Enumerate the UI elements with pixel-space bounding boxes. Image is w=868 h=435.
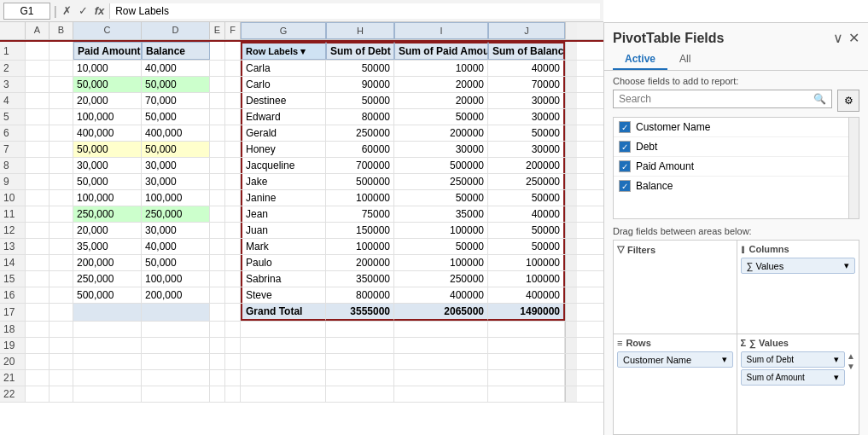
cell-b11[interactable] — [50, 206, 73, 222]
cell-c1[interactable]: Paid Amount — [73, 42, 142, 60]
cell-d4[interactable]: 70,000 — [142, 93, 210, 108]
cell-c21[interactable] — [73, 370, 142, 386]
cell-h1[interactable]: Sum of Debt — [326, 42, 394, 60]
cell-f2[interactable] — [225, 61, 241, 76]
cell-g7[interactable]: Honey — [241, 142, 326, 157]
cell-reference[interactable] — [3, 3, 50, 20]
cell-i10[interactable]: 50000 — [394, 190, 488, 206]
insert-function-icon[interactable]: fx — [93, 4, 107, 17]
cell-g10[interactable]: Janine — [241, 190, 326, 206]
cell-j21[interactable] — [488, 370, 565, 386]
cell-f8[interactable] — [225, 158, 241, 173]
cell-d20[interactable] — [142, 354, 210, 369]
cell-f1[interactable] — [225, 42, 241, 60]
cell-h2[interactable]: 50000 — [326, 61, 394, 76]
cell-b10[interactable] — [50, 190, 73, 206]
cell-a4[interactable] — [26, 93, 50, 108]
cell-f12[interactable] — [225, 223, 241, 238]
cell-b6[interactable] — [50, 125, 73, 141]
cell-f3[interactable] — [225, 77, 241, 92]
cell-e2[interactable] — [210, 61, 225, 76]
cell-a14[interactable] — [26, 255, 50, 270]
cell-i7[interactable]: 30000 — [394, 142, 488, 157]
rows-value-item[interactable]: Customer Name ▾ — [617, 351, 733, 368]
cell-c12[interactable]: 20,000 — [73, 223, 142, 238]
cell-g5[interactable]: Edward — [241, 109, 326, 125]
cell-a3[interactable] — [26, 77, 50, 92]
cell-j8[interactable]: 200000 — [488, 158, 565, 173]
cell-g9[interactable]: Jake — [241, 174, 326, 189]
rows-chevron-icon[interactable]: ▾ — [722, 354, 727, 365]
cell-d6[interactable]: 400,000 — [142, 125, 210, 141]
cell-j15[interactable]: 100000 — [488, 271, 565, 287]
cell-h16[interactable]: 800000 — [326, 287, 394, 303]
cell-c22[interactable] — [73, 386, 142, 402]
cell-b16[interactable] — [50, 287, 73, 303]
cell-c13[interactable]: 35,000 — [73, 239, 142, 254]
cell-b9[interactable] — [50, 174, 73, 189]
cancel-icon[interactable]: ✗ — [61, 4, 73, 17]
cell-g14[interactable]: Paulo — [241, 255, 326, 270]
cell-d11[interactable]: 250,000 — [142, 206, 210, 222]
cell-a5[interactable] — [26, 109, 50, 125]
cell-j3[interactable]: 70000 — [488, 77, 565, 92]
cell-j9[interactable]: 250000 — [488, 174, 565, 189]
cell-c7[interactable]: 50,000 — [73, 142, 142, 157]
cell-c4[interactable]: 20,000 — [73, 93, 142, 108]
col-i-header[interactable]: I — [394, 22, 488, 39]
cell-c2[interactable]: 10,000 — [73, 61, 142, 76]
cell-i20[interactable] — [394, 354, 488, 369]
field-checkbox[interactable]: ✓ — [619, 160, 631, 172]
cell-b3[interactable] — [50, 77, 73, 92]
cell-e12[interactable] — [210, 223, 225, 238]
scroll-down-icon[interactable]: ▼ — [847, 362, 855, 372]
cell-b7[interactable] — [50, 142, 73, 157]
cell-i22[interactable] — [394, 386, 488, 402]
cell-i16[interactable]: 400000 — [394, 287, 488, 303]
cell-a18[interactable] — [26, 322, 50, 337]
cell-h10[interactable]: 100000 — [326, 190, 394, 206]
cell-g19[interactable] — [241, 338, 326, 353]
cell-g8[interactable]: Jacqueline — [241, 158, 326, 173]
cell-e17[interactable] — [210, 304, 225, 321]
cell-c9[interactable]: 50,000 — [73, 174, 142, 189]
cell-f10[interactable] — [225, 190, 241, 206]
cell-h21[interactable] — [326, 370, 394, 386]
cell-g3[interactable]: Carlo — [241, 77, 326, 92]
sum-amount-chevron[interactable]: ▾ — [834, 372, 839, 383]
cell-b4[interactable] — [50, 93, 73, 108]
cell-a16[interactable] — [26, 287, 50, 303]
col-a-header[interactable]: A — [26, 22, 50, 39]
tab-active[interactable]: Active — [613, 49, 667, 70]
tab-all[interactable]: All — [667, 49, 702, 70]
cell-j14[interactable]: 100000 — [488, 255, 565, 270]
col-g-header[interactable]: G — [241, 22, 326, 39]
cell-e8[interactable] — [210, 158, 225, 173]
col-c-header[interactable]: C — [73, 22, 142, 39]
cell-f11[interactable] — [225, 206, 241, 222]
cell-b5[interactable] — [50, 109, 73, 125]
cell-d10[interactable]: 100,000 — [142, 190, 210, 206]
cell-b15[interactable] — [50, 271, 73, 287]
cell-h8[interactable]: 700000 — [326, 158, 394, 173]
cell-g6[interactable]: Gerald — [241, 125, 326, 141]
cell-j11[interactable]: 40000 — [488, 206, 565, 222]
cell-a10[interactable] — [26, 190, 50, 206]
cell-b21[interactable] — [50, 370, 73, 386]
cell-j5[interactable]: 30000 — [488, 109, 565, 125]
field-item[interactable]: ✓ Customer Name — [614, 118, 859, 137]
cell-c3[interactable]: 50,000 — [73, 77, 142, 92]
cell-j12[interactable]: 50000 — [488, 223, 565, 238]
cell-i3[interactable]: 20000 — [394, 77, 488, 92]
col-e-header[interactable]: E — [210, 22, 225, 39]
cell-i11[interactable]: 35000 — [394, 206, 488, 222]
cell-c5[interactable]: 100,000 — [73, 109, 142, 125]
cell-j22[interactable] — [488, 386, 565, 402]
cell-g22[interactable] — [241, 386, 326, 402]
cell-g11[interactable]: Jean — [241, 206, 326, 222]
minimize-icon[interactable]: ∨ — [833, 30, 843, 46]
cell-b18[interactable] — [50, 322, 73, 337]
cell-j20[interactable] — [488, 354, 565, 369]
cell-d21[interactable] — [142, 370, 210, 386]
cell-h11[interactable]: 75000 — [326, 206, 394, 222]
